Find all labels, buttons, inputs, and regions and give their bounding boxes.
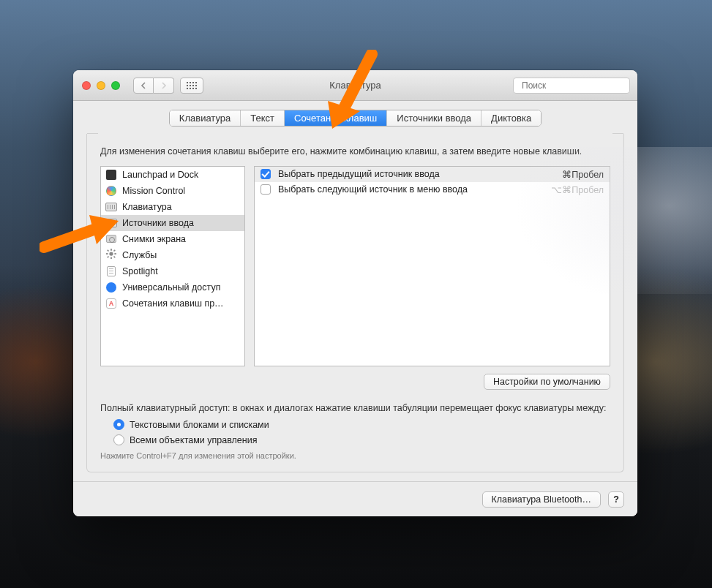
tab-bar: КлавиатураТекстСочетания клавишИсточники…: [73, 101, 637, 134]
chevron-left-icon: [140, 82, 146, 89]
shortcut-list[interactable]: Выбрать предыдущий источник ввода⌘Пробел…: [254, 166, 610, 367]
category-label: Spotlight: [122, 266, 158, 276]
keyboard-icon: [105, 219, 117, 227]
defaults-row: Настройки по умолчанию: [100, 374, 610, 390]
svg-line-7: [108, 250, 109, 252]
category-row[interactable]: Источники ввода: [101, 215, 244, 231]
category-label: Клавиатура: [122, 202, 172, 212]
category-row[interactable]: Mission Control: [101, 183, 244, 199]
category-label: Универсальный доступ: [122, 282, 220, 293]
category-label: Источники ввода: [122, 218, 194, 228]
zoom-icon[interactable]: [111, 81, 120, 90]
show-all-button[interactable]: [180, 78, 203, 94]
category-list[interactable]: Launchpad и DockMission ControlКлавиатур…: [100, 166, 245, 367]
shortcut-row[interactable]: Выбрать следующий источник в меню ввода⌥…: [255, 182, 610, 197]
svg-line-10: [114, 250, 116, 252]
category-row[interactable]: Универсальный доступ: [101, 279, 244, 295]
fka-hint: Нажмите Control+F7 для изменения этой на…: [100, 451, 610, 460]
close-icon[interactable]: [82, 81, 91, 90]
gear-icon: [106, 249, 116, 261]
footer: Клавиатура Bluetooth… ?: [73, 481, 637, 516]
window-controls: [82, 81, 120, 90]
category-label: Mission Control: [122, 186, 185, 196]
shortcut-checkbox[interactable]: [261, 169, 271, 179]
fka-radio-group: Текстовыми блоками и спискамиВсеми объек…: [113, 419, 610, 445]
fka-caption: Полный клавиатурный доступ: в окнах и ди…: [100, 403, 610, 413]
category-row[interactable]: Снимки экрана: [101, 231, 244, 247]
restore-defaults-button[interactable]: Настройки по умолчанию: [484, 374, 610, 390]
category-row[interactable]: Клавиатура: [101, 199, 244, 215]
tab-4[interactable]: Диктовка: [481, 110, 541, 126]
back-button[interactable]: [133, 78, 154, 94]
shortcut-label: Выбрать предыдущий источник ввода: [278, 169, 440, 179]
grid-icon: [187, 82, 197, 89]
category-row[interactable]: Сочетания клавиш пр…: [101, 295, 244, 312]
radio-icon: [113, 419, 124, 430]
svg-line-8: [114, 257, 116, 258]
shortcut-row[interactable]: Выбрать предыдущий источник ввода⌘Пробел: [255, 167, 610, 182]
keyboard-icon: [105, 203, 117, 211]
panes: Launchpad и DockMission ControlКлавиатур…: [100, 166, 610, 367]
content-group: Для изменения сочетания клавиш выберите …: [86, 134, 624, 472]
radio-icon: [113, 434, 124, 445]
bluetooth-keyboard-button[interactable]: Клавиатура Bluetooth…: [482, 491, 602, 508]
minimize-icon[interactable]: [97, 81, 105, 90]
instruction-text: Для изменения сочетания клавиш выберите …: [100, 146, 610, 159]
svg-line-9: [108, 257, 109, 258]
fka-radio[interactable]: Текстовыми блоками и списками: [113, 419, 610, 430]
chevron-right-icon: [161, 82, 167, 89]
category-label: Launchpad и Dock: [122, 170, 198, 180]
launchpad-icon: [106, 170, 116, 180]
category-label: Снимки экрана: [122, 234, 186, 244]
forward-button[interactable]: [154, 78, 174, 94]
category-label: Службы: [122, 250, 157, 260]
help-button[interactable]: ?: [608, 491, 624, 508]
shortcut-combo[interactable]: ⌥⌘Пробел: [551, 184, 604, 195]
category-row[interactable]: Службы: [101, 247, 244, 263]
tab-3[interactable]: Источники ввода: [387, 110, 481, 126]
search-field[interactable]: [513, 78, 630, 94]
mission-control-icon: [106, 186, 116, 196]
tab-0[interactable]: Клавиатура: [170, 110, 241, 126]
shortcut-combo[interactable]: ⌘Пробел: [562, 169, 604, 180]
accessibility-icon: [106, 282, 116, 293]
shortcut-label: Выбрать следующий источник в меню ввода: [278, 184, 468, 195]
category-row[interactable]: Launchpad и Dock: [101, 167, 244, 183]
tab-1[interactable]: Текст: [241, 110, 285, 126]
camera-icon: [106, 235, 116, 243]
nav-segment: [133, 78, 174, 94]
fka-radio[interactable]: Всеми объектами управления: [113, 434, 610, 445]
tab-2[interactable]: Сочетания клавиш: [285, 110, 387, 126]
shortcut-checkbox[interactable]: [261, 184, 271, 195]
app-shortcuts-icon: [106, 298, 116, 309]
preferences-window: Клавиатура КлавиатураТекстСочетания клав…: [73, 70, 637, 516]
radio-label: Всеми объектами управления: [130, 435, 257, 445]
search-input[interactable]: [522, 80, 632, 91]
category-row[interactable]: Spotlight: [101, 263, 244, 279]
titlebar: Клавиатура: [73, 70, 637, 101]
spotlight-icon: [107, 266, 116, 276]
category-label: Сочетания клавиш пр…: [122, 298, 224, 309]
radio-label: Текстовыми блоками и списками: [130, 420, 269, 430]
svg-point-2: [109, 252, 113, 255]
